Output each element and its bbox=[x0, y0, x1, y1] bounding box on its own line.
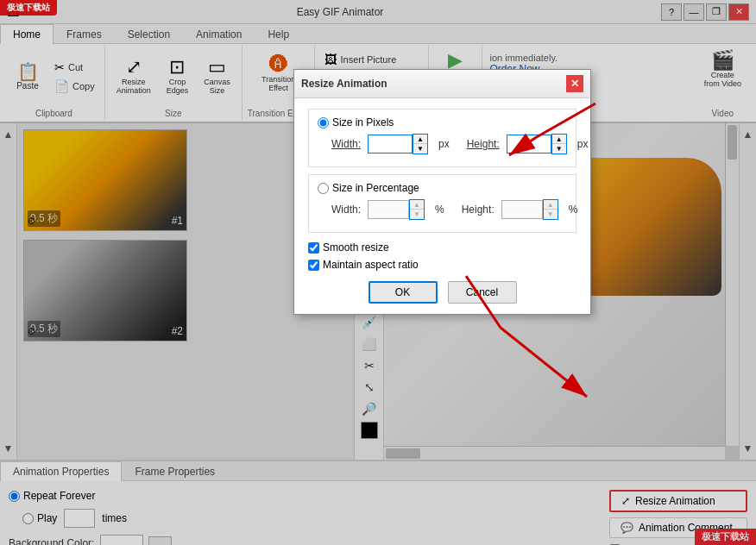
height-up[interactable]: ▲ bbox=[552, 135, 566, 144]
width-input-wrap: 400 ▲ ▼ bbox=[368, 134, 428, 154]
pct-width-wrap: 100 ▲ ▼ bbox=[368, 199, 425, 220]
pixels-radio[interactable]: Size in Pixels bbox=[318, 116, 394, 128]
dialog-title-text: Resize Animation bbox=[301, 78, 387, 90]
width-label: Width: bbox=[331, 138, 361, 150]
smooth-resize-label: Smooth resize bbox=[323, 241, 389, 254]
smooth-resize-row: Smooth resize bbox=[308, 241, 576, 254]
percentage-inputs-row: Width: 100 ▲ ▼ % Height: 100 bbox=[331, 199, 567, 220]
width-spin: ▲ ▼ bbox=[413, 134, 428, 154]
width-unit: px bbox=[438, 138, 450, 150]
height-label: Height: bbox=[467, 138, 500, 150]
width-up[interactable]: ▲ bbox=[413, 135, 427, 144]
pct-width-unit: % bbox=[435, 204, 444, 216]
smooth-resize-checkbox[interactable] bbox=[308, 242, 319, 254]
cancel-button[interactable]: Cancel bbox=[448, 281, 517, 304]
pixels-section: Size in Pixels Width: 400 ▲ ▼ px bbox=[308, 109, 576, 167]
pct-height-wrap: 100 ▲ ▼ bbox=[501, 199, 558, 220]
percentage-radio[interactable]: Size in Percentage bbox=[318, 182, 419, 194]
pct-width-spin: ▲ ▼ bbox=[409, 199, 425, 220]
pixels-label: Size in Pixels bbox=[332, 116, 394, 128]
percentage-radio-input[interactable] bbox=[318, 183, 329, 194]
height-input[interactable]: 225 bbox=[507, 135, 551, 153]
watermark-top: 极速下载站 bbox=[0, 0, 57, 16]
dialog-close-button[interactable]: ✕ bbox=[566, 75, 583, 92]
pct-height-down[interactable]: ▼ bbox=[544, 210, 558, 219]
pct-height-unit: % bbox=[569, 204, 578, 216]
height-input-wrap: 225 ▲ ▼ bbox=[507, 134, 567, 154]
dialog-title-bar: Resize Animation ✕ bbox=[294, 70, 590, 98]
height-unit: px bbox=[577, 138, 589, 150]
dialog-body: Size in Pixels Width: 400 ▲ ▼ px bbox=[294, 98, 590, 314]
pixels-radio-input[interactable] bbox=[318, 117, 329, 128]
percentage-radio-row: Size in Percentage bbox=[318, 182, 567, 194]
ok-button[interactable]: OK bbox=[369, 281, 438, 304]
pct-width-label: Width: bbox=[331, 204, 361, 216]
maintain-aspect-checkbox[interactable] bbox=[308, 260, 319, 271]
pixels-inputs-row: Width: 400 ▲ ▼ px Height: 225 bbox=[331, 134, 567, 154]
pct-height-spin: ▲ ▼ bbox=[543, 199, 558, 220]
dialog-overlay: Resize Animation ✕ Size in Pixels Width: bbox=[0, 0, 756, 545]
dialog-buttons: OK Cancel bbox=[308, 281, 576, 304]
percentage-label: Size in Percentage bbox=[332, 182, 419, 194]
height-spin: ▲ ▼ bbox=[551, 134, 567, 154]
pct-height-input[interactable]: 100 bbox=[501, 200, 543, 219]
pct-width-up[interactable]: ▲ bbox=[410, 200, 424, 210]
height-down[interactable]: ▼ bbox=[552, 144, 566, 153]
pixels-radio-row: Size in Pixels bbox=[318, 116, 567, 128]
maintain-aspect-label: Maintain aspect ratio bbox=[323, 259, 419, 271]
pct-width-input[interactable]: 100 bbox=[368, 200, 409, 219]
percentage-section: Size in Percentage Width: 100 ▲ ▼ % bbox=[308, 174, 576, 233]
width-down[interactable]: ▼ bbox=[413, 144, 427, 153]
maintain-aspect-row: Maintain aspect ratio bbox=[308, 259, 576, 271]
pct-width-down[interactable]: ▼ bbox=[410, 210, 424, 219]
resize-dialog: Resize Animation ✕ Size in Pixels Width: bbox=[293, 69, 591, 315]
pct-height-label: Height: bbox=[462, 204, 495, 216]
width-input[interactable]: 400 bbox=[368, 135, 413, 153]
pct-height-up[interactable]: ▲ bbox=[544, 200, 558, 210]
